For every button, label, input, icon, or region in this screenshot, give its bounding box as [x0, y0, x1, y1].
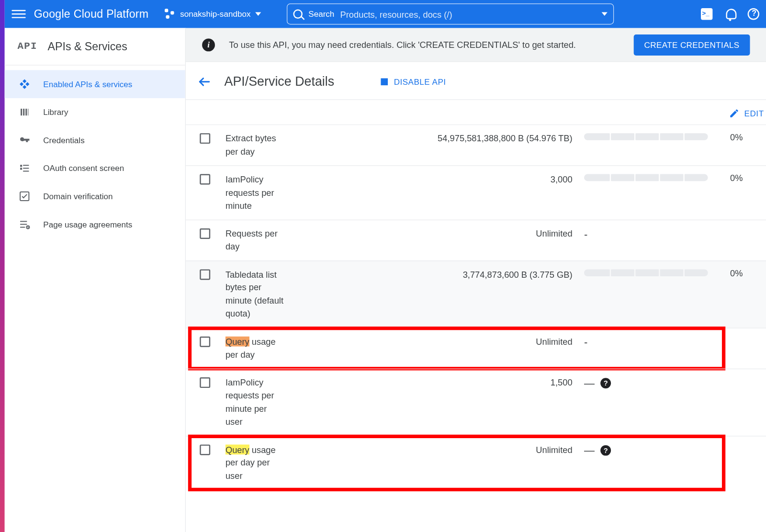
disable-api-button[interactable]: DISABLE API [381, 77, 446, 87]
usage-bar [584, 133, 708, 140]
sidebar-item-label: Credentials [43, 136, 84, 145]
quota-usage: —? [584, 443, 730, 456]
quota-percent: 0% [730, 173, 759, 183]
consent-icon [19, 162, 30, 174]
usage-dash: - [584, 228, 587, 240]
usage-bar [584, 269, 708, 276]
row-checkbox[interactable] [200, 444, 210, 455]
sidebar-header: API APIs & Services [5, 28, 185, 66]
quota-row: IamPolicy requests per minute per user1,… [186, 368, 766, 435]
quota-usage [584, 268, 730, 276]
row-checkbox[interactable] [200, 269, 210, 280]
brand-logo[interactable]: Google Cloud Platform [34, 8, 149, 21]
quota-row: Extract bytes per day54,975,581,388,800 … [186, 125, 766, 165]
sidebar-item-label: OAuth consent screen [43, 164, 124, 173]
api-logo-icon: API [18, 41, 37, 52]
notifications-icon[interactable] [724, 8, 736, 20]
quota-row: Query usage per dayUnlimited- [186, 328, 766, 368]
brand-word-1: Google [34, 8, 70, 20]
quota-name: Query usage per day per user [225, 443, 284, 482]
usage-dash: - [584, 336, 587, 349]
quota-limit: 3,000 [420, 173, 584, 186]
quota-percent: 0% [730, 132, 759, 142]
cloud-shell-icon[interactable] [701, 8, 712, 20]
sidebar-item-label: Page usage agreements [43, 220, 132, 229]
left-accent-bar [0, 0, 5, 532]
credentials-banner: i To use this API, you may need credenti… [186, 28, 766, 62]
help-badge-icon[interactable]: ? [600, 378, 611, 388]
sidebar-item-domain-verification[interactable]: Domain verification [5, 182, 185, 211]
library-icon [19, 106, 30, 118]
help-badge-icon[interactable]: ? [600, 445, 611, 456]
row-checkbox[interactable] [200, 336, 210, 347]
diamond-icon [19, 78, 30, 90]
quota-limit: 54,975,581,388,800 B (54.976 TB) [420, 132, 584, 145]
check-icon [19, 191, 30, 202]
edit-row: EDIT [186, 100, 766, 125]
brand-word-2: Cloud Platform [74, 8, 149, 20]
svg-rect-0 [20, 165, 22, 167]
quota-limit: 3,774,873,600 B (3.775 GB) [420, 268, 584, 281]
row-checkbox[interactable] [200, 228, 210, 238]
sidebar-item-oauth-consent-screen[interactable]: OAuth consent screen [5, 154, 185, 182]
quota-table: Extract bytes per day54,975,581,388,800 … [186, 125, 766, 490]
svg-rect-2 [23, 165, 29, 166]
page-title: API/Service Details [224, 74, 334, 90]
quota-name: Requests per day [225, 227, 284, 253]
search-box[interactable]: Search Products, resources, docs (/) [287, 3, 614, 24]
quota-usage: - [584, 227, 730, 240]
quota-limit: Unlimited [420, 335, 584, 348]
svg-rect-1 [20, 168, 22, 170]
sidebar-item-enabled-apis-services[interactable]: Enabled APIs & services [5, 70, 185, 98]
search-label: Search [308, 10, 334, 19]
row-checkbox[interactable] [200, 133, 210, 144]
edit-label: EDIT [744, 109, 764, 118]
project-name: sonakship-sandbox [180, 10, 250, 19]
quota-usage [584, 173, 730, 181]
sidebar-item-page-usage-agreements[interactable]: Page usage agreements [5, 210, 185, 238]
row-checkbox[interactable] [200, 377, 210, 388]
quota-name: Tabledata list bytes per minute (default… [225, 268, 284, 320]
sidebar-nav: Enabled APIs & servicesLibraryCredential… [5, 66, 185, 238]
usage-dash: — [584, 444, 595, 457]
quota-limit: Unlimited [420, 227, 584, 240]
quota-name: Query usage per day [225, 335, 284, 362]
chevron-down-icon [255, 12, 261, 16]
svg-rect-7 [20, 224, 27, 225]
project-picker[interactable]: sonakship-sandbox [165, 9, 261, 19]
create-credentials-button[interactable]: CREATE CREDENTIALS [634, 34, 750, 55]
sidebar-item-library[interactable]: Library [5, 98, 185, 126]
quota-percent: 0% [730, 268, 759, 278]
edit-quotas-button[interactable]: EDIT [729, 108, 766, 119]
page-header: API/Service Details DISABLE API [186, 62, 766, 100]
quota-usage [584, 132, 730, 140]
sidebar-item-label: Enabled APIs & services [43, 79, 132, 89]
help-icon[interactable] [748, 8, 759, 20]
top-bar: Google Cloud Platform sonakship-sandbox … [5, 0, 766, 28]
topbar-actions [701, 8, 759, 20]
sidebar-item-credentials[interactable]: Credentials [5, 126, 185, 155]
sidebar-title: APIs & Services [48, 40, 127, 53]
quota-name: IamPolicy requests per minute [225, 173, 284, 212]
stop-icon [381, 78, 388, 85]
hamburger-menu-icon[interactable] [11, 7, 25, 21]
agree-icon [19, 218, 30, 230]
quota-row: Query usage per day per userUnlimited—? [186, 436, 766, 490]
info-icon: i [202, 38, 215, 51]
sidebar: API APIs & Services Enabled APIs & servi… [5, 28, 186, 532]
back-arrow-icon[interactable] [196, 74, 213, 90]
quota-limit: Unlimited [420, 443, 584, 456]
quota-limit: 1,500 [420, 376, 584, 389]
pencil-icon [729, 108, 740, 119]
quota-row: IamPolicy requests per minute3,0000% [186, 165, 766, 219]
search-placeholder: Products, resources, docs (/) [340, 9, 452, 19]
search-icon [293, 10, 303, 19]
svg-rect-8 [20, 227, 25, 228]
search-chevron-down-icon [602, 12, 608, 16]
usage-dash: — [584, 377, 595, 390]
sidebar-item-label: Domain verification [43, 192, 113, 201]
row-checkbox[interactable] [200, 174, 210, 185]
key-icon [19, 135, 30, 146]
banner-text: To use this API, you may need credential… [229, 40, 576, 50]
quota-usage: —? [584, 376, 730, 389]
